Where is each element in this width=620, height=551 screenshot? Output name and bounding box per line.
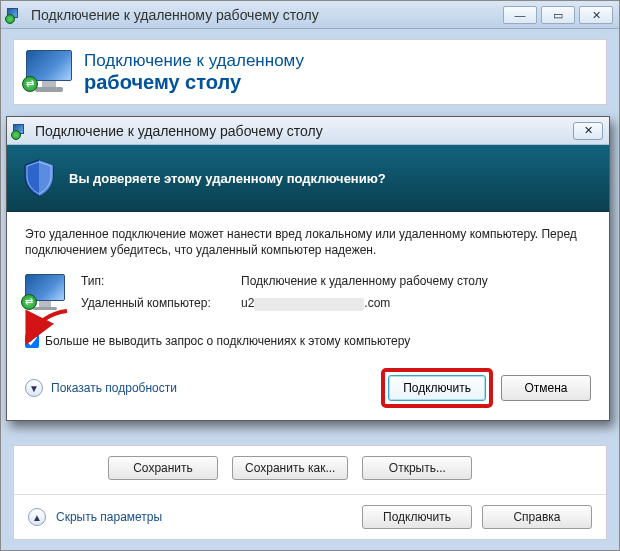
bg-header-panel: ⇄ Подключение к удаленному рабочему стол… bbox=[13, 39, 607, 105]
modal-titlebar[interactable]: Подключение к удаленному рабочему столу … bbox=[7, 117, 609, 145]
cancel-button[interactable]: Отмена bbox=[501, 375, 591, 401]
bg-bottom-panel: Сохранить Сохранить как... Открыть... ▲ … bbox=[13, 445, 607, 540]
warning-text: Это удаленное подключение может нанести … bbox=[25, 226, 591, 258]
dont-ask-label: Больше не выводить запрос о подключениях… bbox=[45, 334, 410, 348]
collapse-icon[interactable]: ▲ bbox=[28, 508, 46, 526]
show-details-label[interactable]: Показать подробности bbox=[51, 381, 177, 395]
trust-question: Вы доверяете этому удаленному подключени… bbox=[69, 171, 386, 186]
rdp-app-icon bbox=[13, 124, 27, 138]
red-highlight-annotation: Подключить bbox=[381, 368, 493, 408]
computer-label: Удаленный компьютер: bbox=[81, 296, 241, 310]
connection-details: Тип: Подключение к удаленному рабочему с… bbox=[81, 274, 488, 310]
bg-header-line2: рабочему столу bbox=[84, 71, 304, 94]
modal-close-button[interactable]: ✕ bbox=[573, 122, 603, 140]
dont-ask-row[interactable]: Больше не выводить запрос о подключениях… bbox=[25, 334, 591, 348]
maximize-button[interactable]: ▭ bbox=[541, 6, 575, 24]
open-button[interactable]: Открыть... bbox=[362, 456, 472, 480]
modal-question-band: Вы доверяете этому удаленному подключени… bbox=[7, 145, 609, 212]
bg-window-title: Подключение к удаленному рабочему столу bbox=[25, 7, 499, 23]
computer-value: u2.com bbox=[241, 296, 488, 310]
minimize-button[interactable]: — bbox=[503, 6, 537, 24]
bg-header-line1: Подключение к удаленному bbox=[84, 51, 304, 71]
shield-icon bbox=[23, 159, 55, 197]
bg-titlebar[interactable]: Подключение к удаленному рабочему столу … bbox=[1, 1, 619, 29]
monitor-icon: ⇄ bbox=[26, 50, 72, 94]
close-button[interactable]: ✕ bbox=[579, 6, 613, 24]
censored-host bbox=[254, 298, 364, 311]
collapse-label[interactable]: Скрыть параметры bbox=[56, 510, 162, 524]
bg-help-button[interactable]: Справка bbox=[482, 505, 592, 529]
save-as-button[interactable]: Сохранить как... bbox=[232, 456, 348, 480]
expand-details-icon[interactable]: ▼ bbox=[25, 379, 43, 397]
modal-title-text: Подключение к удаленному рабочему столу bbox=[31, 123, 573, 139]
connect-button[interactable]: Подключить bbox=[388, 375, 486, 401]
bg-connect-button[interactable]: Подключить bbox=[362, 505, 472, 529]
rdp-app-icon bbox=[7, 8, 21, 22]
trust-dialog: Подключение к удаленному рабочему столу … bbox=[6, 116, 610, 421]
dont-ask-checkbox[interactable] bbox=[25, 334, 39, 348]
type-label: Тип: bbox=[81, 274, 241, 288]
monitor-icon: ⇄ bbox=[25, 274, 65, 312]
type-value: Подключение к удаленному рабочему столу bbox=[241, 274, 488, 288]
save-button[interactable]: Сохранить bbox=[108, 456, 218, 480]
